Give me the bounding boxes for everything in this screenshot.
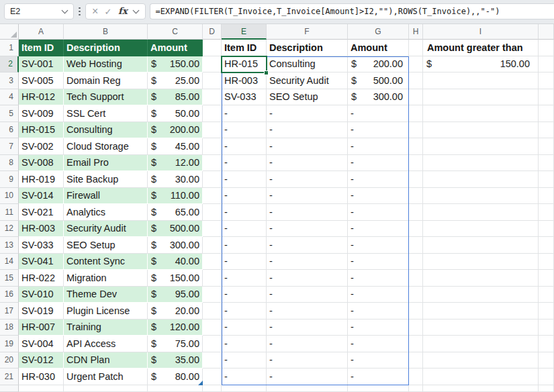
- cell-F7[interactable]: -: [267, 138, 348, 155]
- cell-C16[interactable]: $95.00: [148, 287, 203, 303]
- cell-D6[interactable]: [203, 122, 222, 139]
- cell-F19[interactable]: -: [267, 336, 348, 352]
- cell-B16[interactable]: Theme Dev: [64, 287, 148, 303]
- cell-G7[interactable]: -: [348, 138, 409, 155]
- cell-I6[interactable]: [423, 122, 539, 139]
- cell-A3[interactable]: SV-005: [19, 72, 64, 89]
- cell-A10[interactable]: SV-014: [19, 188, 64, 205]
- cell-E8[interactable]: -: [222, 155, 267, 172]
- cell-F16[interactable]: -: [267, 287, 348, 303]
- cell-D-partial[interactable]: [203, 385, 222, 392]
- cell-J4[interactable]: [539, 89, 554, 106]
- cell-D20[interactable]: [203, 352, 222, 369]
- cell-C18[interactable]: $120.00: [148, 320, 203, 336]
- row-header-11[interactable]: 11: [0, 204, 19, 221]
- cell-D19[interactable]: [203, 336, 222, 352]
- cell-H7[interactable]: [409, 138, 423, 155]
- cell-E14[interactable]: -: [222, 254, 267, 271]
- cell-B-partial[interactable]: [64, 385, 148, 392]
- cell-J5[interactable]: [539, 105, 554, 122]
- cell-D4[interactable]: [203, 89, 222, 106]
- cell-B1[interactable]: Description: [64, 40, 148, 56]
- cell-E1[interactable]: Item ID: [222, 40, 267, 56]
- cell-D12[interactable]: [203, 221, 222, 238]
- cell-I14[interactable]: [423, 254, 539, 271]
- cell-B13[interactable]: SEO Setup: [64, 237, 148, 254]
- cell-J17[interactable]: [539, 303, 554, 320]
- cell-I16[interactable]: [423, 287, 539, 303]
- cell-B9[interactable]: Site Backup: [64, 171, 148, 188]
- row-header-1[interactable]: 1: [0, 40, 19, 56]
- cell-C2[interactable]: $150.00: [148, 56, 203, 73]
- cell-J18[interactable]: [539, 320, 554, 336]
- cell-J10[interactable]: [539, 188, 554, 205]
- cell-B3[interactable]: Domain Reg: [64, 72, 148, 89]
- cell-D2[interactable]: [203, 56, 222, 73]
- cell-G21[interactable]: -: [348, 369, 409, 385]
- cell-I9[interactable]: [423, 171, 539, 188]
- chevron-down-icon[interactable]: [62, 7, 68, 14]
- cell-I20[interactable]: [423, 352, 539, 369]
- cell-E9[interactable]: -: [222, 171, 267, 188]
- col-header-A[interactable]: A: [19, 24, 64, 40]
- cell-H8[interactable]: [409, 155, 423, 172]
- cell-E19[interactable]: -: [222, 336, 267, 352]
- cell-F6[interactable]: -: [267, 122, 348, 139]
- row-header-19[interactable]: 19: [0, 336, 19, 352]
- cell-A21[interactable]: HR-030: [19, 369, 64, 385]
- cell-G10[interactable]: -: [348, 188, 409, 205]
- cell-E5[interactable]: -: [222, 105, 267, 122]
- cell-A13[interactable]: SV-033: [19, 237, 64, 254]
- cell-J8[interactable]: [539, 155, 554, 172]
- cell-B11[interactable]: Analytics: [64, 204, 148, 221]
- cell-J20[interactable]: [539, 352, 554, 369]
- cell-F20[interactable]: -: [267, 352, 348, 369]
- cell-B19[interactable]: API Access: [64, 336, 148, 352]
- cell-E2[interactable]: HR-015: [222, 56, 267, 73]
- insert-function-icon[interactable]: fx: [118, 7, 128, 16]
- name-box[interactable]: E2: [4, 3, 74, 19]
- cell-I18[interactable]: [423, 320, 539, 336]
- cell-G16[interactable]: -: [348, 287, 409, 303]
- cell-G20[interactable]: -: [348, 352, 409, 369]
- cell-E11[interactable]: -: [222, 204, 267, 221]
- cell-A17[interactable]: SV-019: [19, 303, 64, 320]
- cell-C-partial[interactable]: [148, 385, 203, 392]
- cell-I11[interactable]: [423, 204, 539, 221]
- cell-E12[interactable]: -: [222, 221, 267, 238]
- cell-B7[interactable]: Cloud Storage: [64, 138, 148, 155]
- cell-C21[interactable]: $80.00: [148, 369, 203, 385]
- row-header-17[interactable]: 17: [0, 303, 19, 320]
- row-header-7[interactable]: 7: [0, 138, 19, 155]
- cell-I17[interactable]: [423, 303, 539, 320]
- select-all-corner[interactable]: [0, 24, 19, 40]
- col-header-F[interactable]: F: [267, 24, 348, 40]
- cell-A15[interactable]: HR-022: [19, 270, 64, 287]
- cell-C14[interactable]: $40.00: [148, 254, 203, 271]
- cell-H10[interactable]: [409, 188, 423, 205]
- cell-C13[interactable]: $300.00: [148, 237, 203, 254]
- cell-G18[interactable]: -: [348, 320, 409, 336]
- cell-G15[interactable]: -: [348, 270, 409, 287]
- cell-B20[interactable]: CDN Plan: [64, 352, 148, 369]
- row-header-21[interactable]: 21: [0, 369, 19, 385]
- row-header-8[interactable]: 8: [0, 155, 19, 172]
- cell-I21[interactable]: [423, 369, 539, 385]
- cell-J19[interactable]: [539, 336, 554, 352]
- cell-D13[interactable]: [203, 237, 222, 254]
- cell-C7[interactable]: $45.00: [148, 138, 203, 155]
- cell-E17[interactable]: -: [222, 303, 267, 320]
- cell-A12[interactable]: HR-003: [19, 221, 64, 238]
- cell-H14[interactable]: [409, 254, 423, 271]
- row-header-3[interactable]: 3: [0, 72, 19, 89]
- cell-H6[interactable]: [409, 122, 423, 139]
- cell-G5[interactable]: -: [348, 105, 409, 122]
- cell-G1[interactable]: Amount: [348, 40, 409, 56]
- cell-C11[interactable]: $65.00: [148, 204, 203, 221]
- cell-D7[interactable]: [203, 138, 222, 155]
- cell-B18[interactable]: Training: [64, 320, 148, 336]
- cell-D10[interactable]: [203, 188, 222, 205]
- formula-input[interactable]: =EXPAND(FILTER(T_Invoice,T_Invoice[Amoun…: [150, 3, 554, 19]
- cell-A9[interactable]: HR-019: [19, 171, 64, 188]
- cell-I2[interactable]: $150.00: [423, 56, 539, 73]
